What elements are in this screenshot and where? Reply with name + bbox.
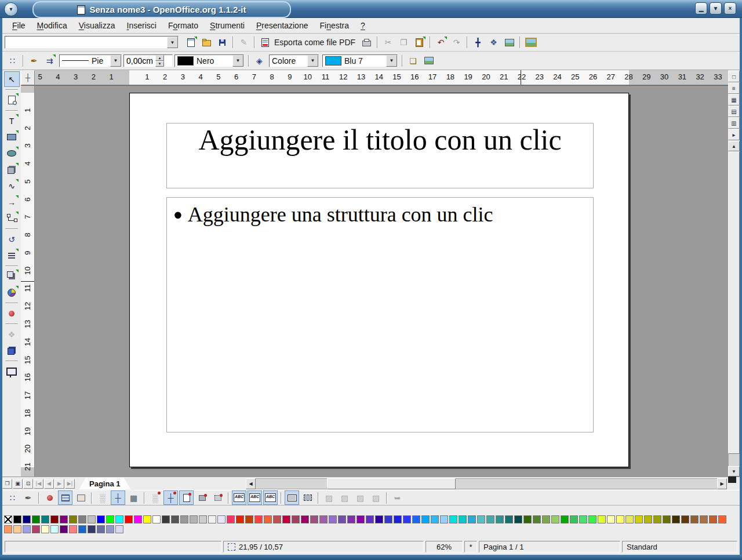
slide[interactable]: Aggiungere il titolo con un clic ●Aggiun… (129, 93, 629, 467)
quick-edit-icon[interactable] (232, 490, 246, 505)
color-swatch[interactable] (671, 515, 681, 524)
color-swatch[interactable] (532, 515, 541, 524)
color-swatch[interactable] (690, 515, 699, 524)
layer-mode-button[interactable]: ⊡ (23, 479, 33, 489)
color-swatch[interactable] (189, 515, 198, 524)
menu-presentazione[interactable]: Presentazione (251, 19, 314, 32)
paste-icon[interactable] (412, 35, 427, 50)
page-tab[interactable]: Pagina 1 (79, 478, 130, 490)
fill-type-combobox[interactable]: Colore▼ (269, 54, 319, 67)
color-swatch[interactable] (245, 515, 254, 524)
arrange-tool[interactable] (4, 268, 20, 284)
color-swatch[interactable] (439, 515, 449, 524)
color-swatch[interactable] (374, 515, 384, 524)
vertical-scroll-down-button[interactable]: ▼ (728, 466, 740, 477)
outline-placeholder[interactable]: ●Aggiungere una struttura con un clic (166, 197, 594, 432)
color-swatch[interactable] (106, 515, 115, 524)
color-swatch[interactable] (477, 515, 486, 524)
line-arrow-tool[interactable]: → (4, 194, 20, 210)
color-swatch[interactable] (365, 515, 374, 524)
open-document-icon[interactable] (199, 35, 214, 50)
color-swatch[interactable] (22, 515, 31, 524)
color-swatch[interactable] (161, 515, 170, 524)
arrow-ends-icon[interactable]: ⇉ (42, 53, 57, 68)
color-swatch[interactable] (254, 515, 263, 524)
no-fill-swatch[interactable] (3, 515, 13, 524)
color-swatch[interactable] (133, 515, 143, 524)
double-click-edit-icon[interactable] (263, 490, 278, 505)
chevron-down-icon[interactable]: ▼ (386, 55, 397, 67)
window-menu-button[interactable]: ▼ (4, 2, 18, 16)
color-swatch[interactable] (495, 515, 504, 524)
line-color-combobox[interactable]: Nero▼ (174, 54, 244, 67)
animation-effects-tool[interactable] (4, 306, 20, 321)
gallery-icon[interactable] (523, 35, 538, 50)
redo-icon[interactable]: ↷ (449, 35, 464, 50)
edit-file-icon[interactable]: ✎ (237, 35, 251, 50)
grid-front-icon[interactable]: ▦ (126, 490, 141, 505)
color-swatch[interactable] (96, 515, 106, 524)
menu-visualizza[interactable]: Visualizza (74, 19, 121, 32)
color-swatch[interactable] (124, 515, 133, 524)
chevron-down-icon[interactable]: ▼ (110, 55, 121, 67)
start-presentation-button[interactable]: ▸ (728, 129, 740, 140)
picture-placeholder-icon[interactable]: ▨ (322, 490, 336, 505)
color-swatch[interactable] (560, 515, 569, 524)
save-document-icon[interactable] (215, 35, 230, 50)
allow-interaction-icon[interactable] (58, 490, 72, 505)
paint-can-icon[interactable]: ◈ (252, 53, 267, 68)
color-swatch[interactable] (235, 515, 245, 524)
select-tool[interactable]: ↖ (4, 71, 20, 87)
rectangle-tool[interactable] (4, 129, 20, 145)
presentation-tool[interactable] (4, 363, 20, 379)
controller3d-tool[interactable] (4, 343, 20, 358)
color-swatch[interactable] (384, 515, 393, 524)
text-tool[interactable]: T (4, 113, 20, 129)
edit-points-icon[interactable]: ∷ (5, 53, 20, 68)
menu-strumenti[interactable]: Strumenti (205, 19, 250, 32)
export-pdf-label[interactable]: Esporta come file PDF (274, 38, 355, 47)
color-swatch[interactable] (87, 525, 96, 534)
color-swatch[interactable] (226, 515, 235, 524)
snap-to-grid-icon[interactable]: ░ (148, 490, 162, 505)
horizontal-scroll-left-button[interactable]: ◀ (246, 478, 256, 489)
line-style-combobox[interactable]: Pie▼ (59, 54, 122, 67)
allow-effects-icon[interactable] (42, 490, 57, 505)
color-swatch[interactable] (699, 515, 708, 524)
title-bar[interactable]: ▼ Senza nome3 - OpenOffice.org 1.1.2-it … (0, 0, 742, 18)
slide-design-icon[interactable] (421, 53, 436, 68)
chevron-down-icon[interactable]: ▼ (307, 55, 318, 67)
color-swatch[interactable] (402, 515, 412, 524)
workspace-canvas[interactable]: Aggiungere il titolo con un clic ●Aggiun… (35, 86, 728, 477)
color-swatch[interactable] (143, 515, 152, 524)
contour-mode-icon[interactable]: ▨ (337, 490, 352, 505)
chevron-down-icon[interactable]: ▼ (167, 37, 178, 48)
hyperlink-icon[interactable] (502, 35, 517, 50)
edit-points-mode-icon[interactable]: ∷ (5, 490, 20, 505)
color-swatch[interactable] (50, 515, 59, 524)
color-swatch[interactable] (393, 515, 402, 524)
color-swatch[interactable] (300, 515, 310, 524)
color-swatch[interactable] (541, 515, 551, 524)
slides-view-button[interactable]: ▦ (728, 94, 740, 106)
horizontal-ruler[interactable]: 5432112345678910111213141516171819202122… (35, 70, 728, 85)
snap-grid-icon[interactable]: ┼ (111, 490, 125, 505)
spinner-up-button[interactable]: ▲ (155, 55, 164, 61)
color-swatch[interactable] (59, 525, 68, 534)
glue-points-icon[interactable]: ✒ (21, 490, 35, 505)
vertical-scrollbar-thumb[interactable] (728, 151, 740, 454)
status-modified-field[interactable]: * (464, 541, 477, 552)
print-file-icon[interactable] (359, 35, 374, 50)
color-swatch[interactable] (662, 515, 671, 524)
ruler-origin-button[interactable]: ┼ (21, 70, 35, 85)
color-swatch[interactable] (198, 515, 208, 524)
next-page-button[interactable]: ▶ (54, 479, 64, 489)
chevron-down-icon[interactable]: ▼ (232, 55, 243, 67)
alignment-tool[interactable] (4, 248, 20, 263)
status-page-field[interactable]: Pagina 1 / 1 (479, 541, 620, 552)
color-swatch[interactable] (486, 515, 495, 524)
color-swatch[interactable] (569, 515, 579, 524)
color-swatch[interactable] (217, 515, 226, 524)
horizontal-scrollbar-track[interactable] (246, 478, 727, 489)
vertical-scroll-up-button[interactable]: ▲ (728, 141, 740, 151)
